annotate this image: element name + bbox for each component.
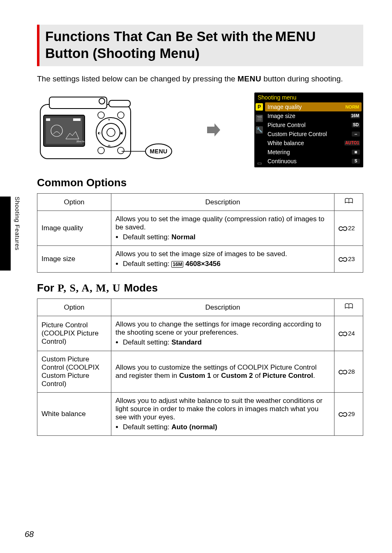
svg-point-15 (98, 147, 104, 154)
bullet-bold: 4608×3456 (185, 260, 221, 268)
menu-row-custom-picture-control: Custom Picture Control -- (265, 130, 362, 139)
desc-cell: Allows you to set the image quality (com… (111, 211, 334, 246)
bullet-bold: Auto (normal) (171, 423, 217, 431)
menu-tab-p: P (256, 103, 263, 111)
svg-rect-36 (342, 371, 344, 373)
book-icon (344, 198, 353, 204)
ref-num: 29 (348, 410, 355, 417)
svg-text:25m 0s: 25m 0s (76, 140, 85, 143)
th-description: Description (111, 299, 334, 316)
menu-row-picture-control: Picture Control SD (265, 120, 362, 130)
desc-cell: Allows you to set the image size of imag… (111, 246, 334, 273)
intro-paragraph: The settings listed below can be changed… (37, 74, 363, 85)
menu-row-label: Image size (267, 113, 295, 119)
chain-icon (339, 369, 348, 375)
menu-row-image-quality: Image quality NORM (265, 102, 362, 111)
modes-suffix: Modes (124, 282, 158, 294)
menu-row-value: S (352, 159, 360, 164)
chain-icon (339, 331, 348, 337)
shooting-menu-title: Shooting menu (258, 95, 296, 100)
menu-row-continuous: Continuous S (265, 157, 362, 166)
camera-illustration: 25m 0s ✦ ⚙ ◐ ▣ MENU (37, 93, 173, 167)
desc-text: or (211, 372, 221, 379)
table-row: Custom Picture Control (COOLPIX Custom P… (37, 351, 363, 393)
svg-rect-1 (49, 97, 107, 109)
desc-cell: Allows you to customize the settings of … (111, 351, 334, 393)
bullet-item: Default setting: Standard (123, 338, 330, 347)
ref-num: 28 (348, 368, 355, 375)
svg-rect-33 (342, 333, 344, 334)
menu-row-label: Image quality (267, 104, 302, 110)
book-icon (344, 303, 353, 310)
ref-num: 23 (348, 255, 355, 262)
title-bottom: Button (Shooting Menu) (45, 45, 200, 62)
table-row: Image size Allows you to set the image s… (37, 246, 363, 273)
intro-menu-word: MENU (238, 74, 261, 83)
desc-cell: Allows you to adjust white balance to su… (111, 393, 334, 436)
bullet-prefix: Default setting: (123, 260, 171, 268)
menu-row-value: -- (352, 132, 360, 137)
desc-bold: Picture Control (263, 372, 313, 379)
menu-word-title: MENU (275, 28, 316, 45)
menu-row-value: SD (352, 123, 360, 127)
desc-cell: Allows you to change the settings for im… (111, 316, 334, 351)
svg-rect-7 (46, 118, 50, 121)
chain-icon (339, 257, 348, 262)
section-head-modes: For P, S, A, M, U Modes (37, 282, 363, 294)
svg-text:⚙: ⚙ (108, 144, 111, 148)
desc-text: Allows you to change the settings for im… (115, 320, 321, 336)
menu-row-value: ◙ (352, 150, 360, 155)
opt-image-quality: Image quality (37, 211, 111, 246)
menu-row-metering: Metering ◙ (265, 148, 362, 157)
shooting-menu-screenshot: Shooting menu P 🎬 🔧 ▭ Image quality NORM (254, 93, 363, 167)
menu-callout-label: MENU (150, 148, 167, 155)
desc-bold: Custom 2 (221, 372, 253, 379)
menu-row-image-size: Image size 16M (265, 111, 362, 120)
bullet-prefix: Default setting: (123, 233, 171, 241)
opt-picture-control: Picture Control (COOLPIX Picture Control… (37, 316, 111, 351)
chain-icon (339, 412, 348, 417)
modes-prefix: For (37, 282, 54, 294)
desc-text: . (313, 372, 315, 379)
svg-rect-26 (342, 228, 344, 229)
menu-row-white-balance: White balance AUTO1 (265, 139, 362, 148)
table-row: White balance Allows you to adjust white… (37, 393, 363, 436)
menu-tab-movie: 🎬 (256, 115, 263, 122)
svg-text:▣: ▣ (120, 131, 123, 135)
th-ref (334, 194, 363, 211)
svg-rect-39 (342, 414, 344, 415)
svg-point-12 (107, 128, 115, 137)
opt-white-balance: White balance (37, 393, 111, 436)
svg-point-16 (118, 147, 124, 154)
battery-icon: ▭ (257, 161, 262, 167)
title-prefix: Functions That Can Be Set with the (45, 28, 273, 45)
menu-row-label: Custom Picture Control (267, 131, 327, 137)
desc-text: Allows you to set the image size of imag… (115, 250, 287, 258)
size-icon: 16M (171, 261, 183, 268)
ref-num: 22 (348, 224, 355, 231)
table-common-options: Option Description Image quality Allows … (37, 193, 363, 273)
bullet-bold: Normal (171, 233, 196, 241)
ref-cell: 24 (334, 316, 363, 351)
page-number: 68 (25, 530, 34, 539)
svg-rect-29 (342, 259, 344, 260)
page-title-block: Functions That Can Be Set with the MENU … (37, 25, 363, 66)
desc-text: Allows you to adjust white balance to su… (115, 397, 323, 421)
menu-tab-setup: 🔧 (256, 126, 263, 134)
ref-cell: 22 (334, 211, 363, 246)
modes-letters: P, S, A, M, U (58, 282, 121, 294)
menu-row-value: 16M (350, 113, 360, 118)
intro-suffix: button during shooting. (261, 74, 343, 83)
bullet-item: Default setting: 16M 4608×3456 (123, 260, 330, 268)
section-common-title: Common Options (37, 176, 127, 189)
desc-text: Allows you to set the image quality (com… (115, 215, 324, 231)
table-row: Picture Control (COOLPIX Picture Control… (37, 316, 363, 351)
svg-text:✦: ✦ (108, 118, 111, 122)
menu-row-label: Picture Control (267, 122, 306, 128)
desc-text: of (253, 372, 263, 379)
chain-icon (339, 226, 348, 231)
ref-num: 24 (348, 330, 355, 337)
bullet-prefix: Default setting: (123, 423, 171, 431)
th-description: Description (111, 194, 334, 211)
table-row: Image quality Allows you to set the imag… (37, 211, 363, 246)
